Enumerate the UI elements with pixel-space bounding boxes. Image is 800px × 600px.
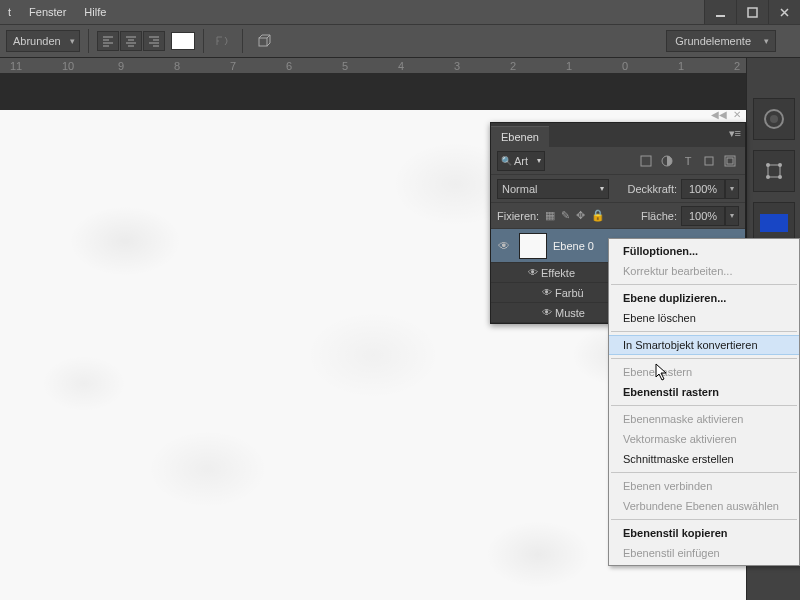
filter-adjust-icon[interactable] (658, 152, 676, 170)
filter-pixel-icon[interactable] (637, 152, 655, 170)
context-menu-item: Korrektur bearbeiten... (609, 261, 799, 281)
svg-point-4 (770, 115, 778, 123)
svg-point-8 (766, 175, 770, 179)
align-center-button[interactable] (120, 31, 142, 51)
tab-ebenen[interactable]: Ebenen (491, 126, 549, 147)
close-button[interactable] (768, 0, 800, 24)
ruler-tick: 2 (734, 60, 740, 72)
opacity-arrow[interactable]: ▾ (725, 179, 739, 199)
lock-all-icon[interactable]: 🔒 (591, 209, 605, 222)
dock-transform-icon[interactable] (753, 150, 795, 192)
blend-mode-select[interactable]: Normal (497, 179, 609, 199)
filter-row: Art T (491, 147, 745, 175)
context-menu-item[interactable]: In Smartobjekt konvertieren (609, 335, 799, 355)
ruler-tick: 4 (398, 60, 404, 72)
lock-row: Fixieren: ▦ ✎ ✥ 🔒 Fläche: 100% ▾ (491, 203, 745, 229)
maximize-button[interactable] (736, 0, 768, 24)
fill-swatch[interactable] (171, 32, 195, 50)
lock-label: Fixieren: (497, 210, 539, 222)
svg-rect-2 (259, 38, 267, 46)
context-menu-item: Ebenenstil einfügen (609, 543, 799, 563)
menu-item-hilfe[interactable]: Hilfe (84, 6, 106, 18)
context-menu-separator (611, 519, 797, 520)
svg-rect-1 (748, 8, 757, 17)
fill-value[interactable]: 100% (681, 206, 725, 226)
separator (203, 29, 204, 53)
context-menu-item[interactable]: Ebenenstil rastern (609, 382, 799, 402)
dock-color-icon[interactable] (753, 98, 795, 140)
visibility-icon[interactable]: 👁 (539, 307, 555, 318)
context-menu-separator (611, 358, 797, 359)
effect-label: Muste (555, 307, 585, 319)
layer-thumbnail[interactable] (519, 233, 547, 259)
filter-kind-select[interactable]: Art (497, 151, 545, 171)
context-menu-item[interactable]: Ebene duplizieren... (609, 288, 799, 308)
context-menu-item: Ebenen verbinden (609, 476, 799, 496)
context-menu-item: Verbundene Ebenen auswählen (609, 496, 799, 516)
ruler-horizontal: 11 10 9 8 7 6 5 4 3 2 1 0 1 2 (0, 58, 746, 74)
ruler-tick: 1 (566, 60, 572, 72)
svg-point-7 (778, 163, 782, 167)
3d-button[interactable] (251, 31, 277, 51)
panel-menu-icon[interactable]: ▾≡ (729, 127, 741, 140)
menu-item-fenster[interactable]: Fenster (29, 6, 66, 18)
effects-label: Effekte (541, 267, 575, 279)
align-left-button[interactable] (97, 31, 119, 51)
opacity-label: Deckkraft: (627, 183, 677, 195)
menubar: t Fenster Hilfe (0, 0, 800, 24)
svg-rect-5 (768, 165, 780, 177)
minimize-button[interactable] (704, 0, 736, 24)
ruler-tick: 5 (342, 60, 348, 72)
effect-label: Farbü (555, 287, 584, 299)
context-menu-item[interactable]: Schnittmaske erstellen (609, 449, 799, 469)
grundelemente-select[interactable]: Grundelemente (666, 30, 776, 52)
ruler-tick: 3 (454, 60, 460, 72)
ruler-tick: 2 (510, 60, 516, 72)
ruler-tick: 1 (678, 60, 684, 72)
context-menu-item: Ebene rastern (609, 362, 799, 382)
shape-mode-select[interactable]: Abrunden (6, 30, 80, 52)
ruler-tick: 7 (230, 60, 236, 72)
ruler-tick: 11 (10, 60, 22, 72)
context-menu-item[interactable]: Fülloptionen... (609, 241, 799, 261)
context-menu-separator (611, 472, 797, 473)
warp-text-button[interactable] (212, 31, 234, 51)
context-menu-item: Ebenenmaske aktivieren (609, 409, 799, 429)
fill-arrow[interactable]: ▾ (725, 206, 739, 226)
context-menu-item: Vektormaske aktivieren (609, 429, 799, 449)
filter-shape-icon[interactable] (700, 152, 718, 170)
panel-collapse-icon[interactable]: ◀◀ ✕ (711, 109, 741, 120)
menu-item[interactable]: t (8, 6, 11, 18)
visibility-icon[interactable]: 👁 (525, 267, 541, 278)
align-right-button[interactable] (143, 31, 165, 51)
context-menu-item[interactable]: Ebene löschen (609, 308, 799, 328)
visibility-icon[interactable]: 👁 (539, 287, 555, 298)
filter-smart-icon[interactable] (721, 152, 739, 170)
blend-mode-row: Normal Deckkraft: 100% ▾ (491, 175, 745, 203)
options-toolbar: Abrunden Grundelemente (0, 24, 800, 58)
ruler-tick: 8 (174, 60, 180, 72)
panel-tabbar: ◀◀ ✕ Ebenen ▾≡ (491, 123, 745, 147)
context-menu-item[interactable]: Ebenenstil kopieren (609, 523, 799, 543)
window-controls (704, 0, 800, 24)
lock-paint-icon[interactable]: ✎ (561, 209, 570, 222)
canvas-background (0, 74, 746, 110)
ruler-tick: 9 (118, 60, 124, 72)
lock-transparency-icon[interactable]: ▦ (545, 209, 555, 222)
align-group (97, 31, 165, 51)
context-menu-separator (611, 405, 797, 406)
opacity-value[interactable]: 100% (681, 179, 725, 199)
context-menu-separator (611, 331, 797, 332)
svg-point-6 (766, 163, 770, 167)
separator (88, 29, 89, 53)
ruler-tick: 10 (62, 60, 74, 72)
svg-point-9 (778, 175, 782, 179)
visibility-icon[interactable]: 👁 (495, 239, 513, 253)
filter-type-icon[interactable]: T (679, 152, 697, 170)
lock-position-icon[interactable]: ✥ (576, 209, 585, 222)
context-menu: Fülloptionen...Korrektur bearbeiten...Eb… (608, 238, 800, 566)
svg-rect-10 (641, 156, 651, 166)
separator (242, 29, 243, 53)
context-menu-separator (611, 284, 797, 285)
layer-name[interactable]: Ebene 0 (553, 240, 594, 252)
